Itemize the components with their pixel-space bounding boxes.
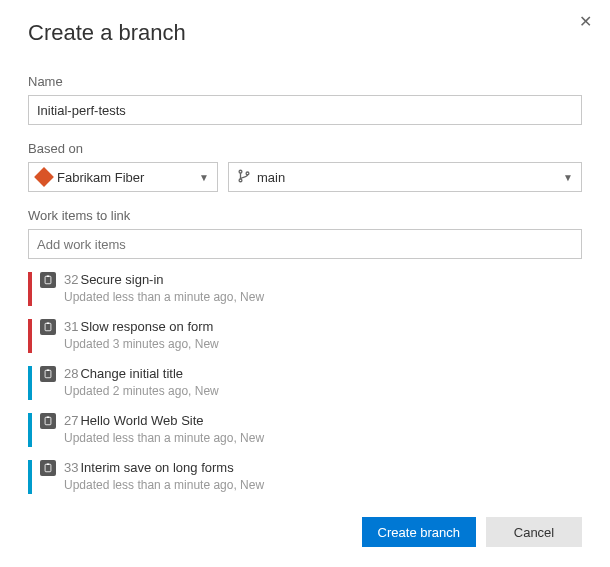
work-item-type-icon: [40, 413, 56, 429]
repo-icon: [34, 167, 54, 187]
svg-rect-12: [47, 463, 50, 465]
base-branch-dropdown[interactable]: main ▼: [228, 162, 582, 192]
based-on-label: Based on: [28, 141, 582, 156]
base-branch-label: main: [257, 170, 557, 185]
work-item-color-bar: [28, 272, 32, 306]
work-item-title: Hello World Web Site: [80, 413, 203, 428]
work-items-label: Work items to link: [28, 208, 582, 223]
work-item-color-bar: [28, 319, 32, 353]
chevron-down-icon: ▼: [563, 172, 573, 183]
close-button[interactable]: ✕: [575, 10, 596, 34]
svg-rect-3: [45, 276, 51, 284]
work-item-id: 28: [64, 366, 78, 381]
create-branch-button[interactable]: Create branch: [362, 517, 476, 547]
svg-point-1: [239, 178, 242, 181]
work-item-title: Interim save on long forms: [80, 460, 233, 475]
name-section: Name: [28, 74, 582, 125]
work-item-type-icon: [40, 366, 56, 382]
work-items-input[interactable]: [28, 229, 582, 259]
work-item-title: Change initial title: [80, 366, 183, 381]
work-item[interactable]: 28Change initial titleUpdated 2 minutes …: [28, 361, 582, 408]
work-item-body: 33Interim save on long formsUpdated less…: [64, 459, 582, 493]
svg-rect-4: [47, 275, 50, 277]
close-icon: ✕: [579, 13, 592, 30]
work-item-title: Secure sign-in: [80, 272, 163, 287]
svg-rect-6: [47, 322, 50, 324]
name-label: Name: [28, 74, 582, 89]
svg-rect-9: [45, 417, 51, 425]
dialog-title: Create a branch: [28, 20, 582, 46]
work-item-id: 32: [64, 272, 78, 287]
branch-icon: [237, 169, 251, 186]
svg-point-0: [239, 170, 242, 173]
work-item-subtitle: Updated less than a minute ago, New: [64, 289, 582, 305]
dialog-footer: Create branch Cancel: [362, 517, 582, 547]
work-item-subtitle: Updated less than a minute ago, New: [64, 477, 582, 493]
work-item[interactable]: 27Hello World Web SiteUpdated less than …: [28, 408, 582, 455]
work-item-subtitle: Updated 2 minutes ago, New: [64, 383, 582, 399]
svg-rect-7: [45, 370, 51, 378]
work-item-subtitle: Updated 3 minutes ago, New: [64, 336, 582, 352]
work-item-body: 31Slow response on formUpdated 3 minutes…: [64, 318, 582, 352]
work-item-type-icon: [40, 319, 56, 335]
work-items-list: 32Secure sign-inUpdated less than a minu…: [28, 267, 582, 502]
based-on-section: Based on Fabrikam Fiber ▼ main ▼: [28, 141, 582, 192]
work-item[interactable]: 33Interim save on long formsUpdated less…: [28, 455, 582, 502]
work-item-subtitle: Updated less than a minute ago, New: [64, 430, 582, 446]
work-item-id: 33: [64, 460, 78, 475]
svg-point-2: [246, 171, 249, 174]
work-item-id: 27: [64, 413, 78, 428]
svg-rect-8: [47, 369, 50, 371]
branch-name-input[interactable]: [28, 95, 582, 125]
work-item-body: 28Change initial titleUpdated 2 minutes …: [64, 365, 582, 399]
work-item[interactable]: 31Slow response on formUpdated 3 minutes…: [28, 314, 582, 361]
svg-rect-10: [47, 416, 50, 418]
work-item-body: 32Secure sign-inUpdated less than a minu…: [64, 271, 582, 305]
repo-dropdown-label: Fabrikam Fiber: [57, 170, 193, 185]
svg-rect-5: [45, 323, 51, 331]
chevron-down-icon: ▼: [199, 172, 209, 183]
work-item-color-bar: [28, 413, 32, 447]
create-branch-dialog: ✕ Create a branch Name Based on Fabrikam…: [0, 0, 610, 522]
work-item-title: Slow response on form: [80, 319, 213, 334]
repo-dropdown[interactable]: Fabrikam Fiber ▼: [28, 162, 218, 192]
work-item-body: 27Hello World Web SiteUpdated less than …: [64, 412, 582, 446]
work-item-color-bar: [28, 460, 32, 494]
work-item-type-icon: [40, 460, 56, 476]
cancel-button[interactable]: Cancel: [486, 517, 582, 547]
svg-rect-11: [45, 464, 51, 472]
work-items-section: Work items to link: [28, 208, 582, 259]
work-item-id: 31: [64, 319, 78, 334]
work-item[interactable]: 32Secure sign-inUpdated less than a minu…: [28, 267, 582, 314]
work-item-type-icon: [40, 272, 56, 288]
work-item-color-bar: [28, 366, 32, 400]
